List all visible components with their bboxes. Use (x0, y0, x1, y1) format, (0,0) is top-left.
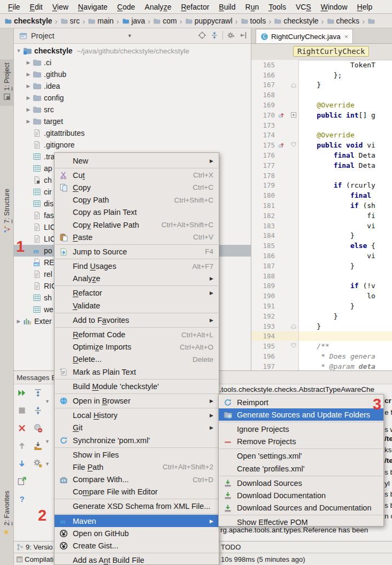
toolwindow-button-favorites[interactable]: 2: Favorites ★ (0, 491, 13, 537)
menubar-item-run[interactable]: Run (241, 3, 264, 11)
editor-tab-rightcurlycheck[interactable]: C RightCurlyCheck.java × (256, 29, 353, 43)
menubar-item-build[interactable]: Build (214, 3, 240, 11)
chevron-right-icon[interactable]: ▶ (26, 83, 31, 89)
close-icon[interactable]: × (344, 33, 349, 41)
toolwindow-button-project[interactable]: 1: Project (0, 59, 13, 106)
context-menu-item-delete[interactable]: Delete...Delete (55, 353, 219, 366)
context-menu-item-synchronize-pom-xml[interactable]: Synchronize 'pom.xml' (55, 434, 219, 446)
maven-submenu-item-remove-projects[interactable]: Remove Projects (219, 436, 383, 448)
breadcrumb-item-main[interactable]: main (88, 17, 113, 25)
toolwindow-button-todo[interactable]: TODO (221, 543, 241, 551)
context-menu-item-compare-file-with-editor[interactable]: Compare File with Editor (55, 486, 219, 498)
context-menu-item-generate-xsd-schema-from-xml-file[interactable]: Generate XSD Schema from XML File... (55, 500, 219, 513)
hide-warnings-icon[interactable] (33, 423, 43, 433)
context-menu-item-reformat-code[interactable]: Reformat CodeCtrl+Alt+L (55, 328, 219, 340)
fold-plus-icon[interactable] (291, 112, 296, 118)
fold-up-icon[interactable] (291, 82, 296, 88)
menubar-item-code[interactable]: Code (112, 3, 140, 11)
maven-submenu-item-generate-sources-and-update-folders[interactable]: Generate Sources and Update Folders (219, 408, 383, 421)
context-menu-item-git[interactable]: Git▶ (55, 422, 219, 434)
maven-submenu-item-show-effective-pom[interactable]: Show Effective POM (219, 516, 383, 527)
maven-submenu-item-open-settings-xml[interactable]: Open 'settings.xml' (219, 450, 383, 462)
context-menu-item-new[interactable]: New▶ (55, 154, 219, 167)
breadcrumb-item-tools[interactable]: tools (241, 17, 266, 25)
rerun-icon[interactable] (17, 388, 27, 398)
maven-submenu-item-reimport[interactable]: Reimport (219, 396, 383, 408)
expand-all-icon[interactable] (33, 388, 43, 398)
breadcrumb-item-java[interactable]: java (122, 17, 145, 25)
hide-panel-icon[interactable] (239, 31, 248, 40)
tree-item-config[interactable]: ▶config (14, 92, 251, 104)
context-menu-item-create-gist[interactable]: Create Gist... (55, 539, 219, 552)
context-menu-item-cut[interactable]: CutCtrl+X (55, 169, 219, 181)
down-icon[interactable] (17, 459, 27, 468)
fold-down-icon[interactable] (291, 142, 296, 148)
chevron-down-icon[interactable]: ▼ (16, 48, 21, 53)
close-icon[interactable] (17, 423, 27, 433)
context-menu-item-local-history[interactable]: Local History▶ (55, 409, 219, 422)
chevron-right-icon[interactable]: ▶ (26, 119, 31, 124)
tree-item-target[interactable]: ▶target (14, 115, 251, 127)
menubar-item-view[interactable]: View (48, 3, 73, 11)
fold-down-icon[interactable] (291, 343, 296, 349)
breadcrumb-item-checkstyle[interactable]: checkstyle (4, 17, 52, 25)
collapse-all-icon[interactable] (210, 31, 219, 40)
context-menu-item-maven[interactable]: mMaven▶ (55, 515, 219, 527)
context-menu-item-copy-relative-path[interactable]: Copy Relative PathCtrl+Alt+Shift+C (55, 219, 219, 231)
tree-item-.ci[interactable]: ▶.ci (14, 57, 251, 68)
context-menu-item-add-to-favorites[interactable]: Add to Favorites▶ (55, 314, 219, 326)
locate-icon[interactable] (198, 31, 206, 40)
chevron-right-icon[interactable]: ▶ (26, 72, 31, 77)
stop-icon[interactable] (17, 406, 27, 415)
code-area[interactable]: 165 TokenT166 };167 }168169 @Override170… (251, 60, 392, 370)
menubar-item-window[interactable]: Window (316, 3, 352, 11)
chevron-right-icon[interactable]: ▶ (26, 95, 31, 100)
chevron-down-icon[interactable]: ▼ (127, 33, 132, 38)
up-icon[interactable] (17, 441, 27, 451)
maven-submenu-item-download-documentation[interactable]: Download Documentation (219, 489, 383, 501)
context-menu-item-optimize-imports[interactable]: Optimize ImportsCtrl+Alt+O (55, 341, 219, 353)
breadcrumb-item-com[interactable]: com (153, 17, 176, 25)
chevron-right-icon[interactable]: ▶ (26, 60, 31, 65)
breadcrumb-item-src[interactable]: src (60, 17, 80, 25)
help-icon[interactable]: ? (17, 494, 27, 504)
context-menu-item-paste[interactable]: PasteCtrl+V (55, 231, 219, 243)
menubar-item-navigate[interactable]: Navigate (73, 3, 112, 11)
menubar-item-tools[interactable]: Tools (264, 3, 291, 11)
menubar-item-edit[interactable]: Edit (25, 3, 48, 11)
toolwindow-button-version-control[interactable]: 9: Versio (26, 543, 53, 551)
export-icon[interactable] (17, 476, 27, 486)
maven-submenu-item-download-sources[interactable]: Download Sources (219, 477, 383, 489)
tree-item-.github[interactable]: ▶.github (14, 68, 251, 80)
maven-submenu-item-download-sources-and-documentation[interactable]: Download Sources and Documentation (219, 502, 383, 514)
fold-up-icon[interactable] (291, 323, 296, 329)
toolwindow-button-structure[interactable]: 7: Structure (0, 189, 13, 235)
chevron-right-icon[interactable]: ▶ (26, 107, 31, 112)
context-menu-item-mark-as-plain-text[interactable]: *Mark as Plain Text (55, 366, 219, 378)
context-menu-item-compare-with[interactable]: Compare With...Ctrl+D (55, 474, 219, 486)
context-menu-item-analyze[interactable]: Analyze▶ (55, 273, 219, 285)
context-menu-item-show-in-files[interactable]: Show in Files (55, 448, 219, 461)
context-menu-item-copy[interactable]: CopyCtrl+C (55, 181, 219, 194)
tree-item-.gitignore[interactable]: .gitignore (14, 139, 251, 151)
context-menu-item-add-as-ant-build-file[interactable]: Add as Ant Build File (55, 554, 219, 565)
breadcrumb-item-checkstyle[interactable]: checkstyle (274, 17, 318, 25)
context-menu-item-validate[interactable]: Validate (55, 299, 219, 312)
menubar-item-refactor[interactable]: Refactor (176, 3, 214, 11)
tree-item-.gitattributes[interactable]: .gitattributes (14, 127, 251, 139)
menubar-item-help[interactable]: Help (352, 3, 378, 11)
chevron-down-icon[interactable]: ▼ (45, 399, 50, 404)
chevron-down-icon[interactable]: ▼ (45, 439, 50, 444)
tree-item-checkstyle[interactable]: ▼checkstyle~/java/github/checkstyle/chec… (14, 45, 251, 57)
breadcrumb-item-checks[interactable]: checks (327, 17, 360, 25)
breadcrumb-item-puppycrawl[interactable]: puppycrawl (185, 17, 233, 25)
context-menu-item-find-usages[interactable]: Find UsagesAlt+F7 (55, 260, 219, 273)
context-menu-item-copy-path[interactable]: Copy PathCtrl+Shift+C (55, 194, 219, 206)
collapse-all-icon[interactable] (33, 406, 43, 415)
settings-icon[interactable] (33, 459, 43, 468)
tree-item-.idea[interactable]: ▶.idea (14, 80, 251, 92)
context-menu-item-open-on-github[interactable]: Open on GitHub (55, 527, 219, 539)
chevron-down-icon[interactable]: ▼ (45, 461, 50, 467)
context-menu-item-build-module-checkstyle[interactable]: Build Module 'checkstyle' (55, 380, 219, 392)
context-menu-item-open-in-browser[interactable]: Open in Browser▶ (55, 394, 219, 407)
